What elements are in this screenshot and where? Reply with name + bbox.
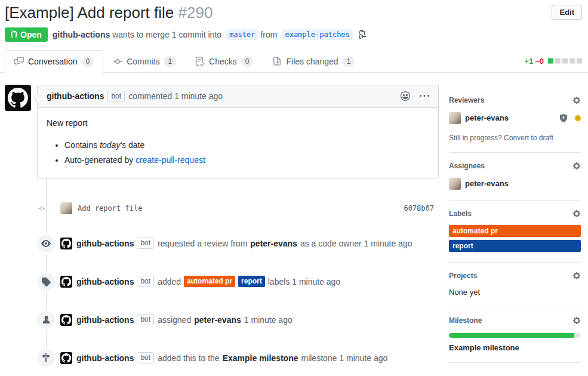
comment-action-text: commented 1 minute ago [128, 91, 223, 101]
event-labels-added: github-actions bot added automated pr re… [5, 273, 439, 291]
bot-badge: bot [137, 352, 154, 363]
sidebar-section-reviewers: Reviewers peter-evans Still in progress?… [449, 85, 581, 153]
projects-empty-text: None yet [449, 288, 581, 297]
tab-conversation[interactable]: Conversation 0 [5, 50, 103, 73]
labels-heading-row[interactable]: Labels [449, 209, 581, 218]
avatar[interactable] [449, 178, 461, 190]
event-milestone-added: github-actions bot added this to the Exa… [5, 349, 439, 367]
octocat-icon [61, 353, 71, 363]
octocat-icon [61, 239, 71, 248]
avatar[interactable] [449, 112, 461, 124]
pr-meta: Open github-actions wants to merge 1 com… [5, 27, 582, 42]
gear-icon[interactable] [572, 272, 581, 280]
comment-header-actions [401, 91, 429, 101]
assignee-row: peter-evans [449, 178, 581, 190]
merge-text: wants to merge 1 commit into [112, 30, 221, 39]
kebab-menu-icon[interactable] [420, 91, 429, 101]
label-automated-pr[interactable]: automated pr [184, 276, 235, 286]
bot-badge: bot [137, 276, 154, 287]
gear-icon[interactable] [572, 209, 581, 218]
tag-icon [37, 273, 55, 291]
labels-heading: Labels [449, 209, 472, 218]
reviewers-heading-row[interactable]: Reviewers [449, 96, 581, 104]
sidebar-section-assignees: Assignees peter-evans [449, 153, 581, 201]
base-branch-label[interactable]: master [226, 29, 258, 40]
label-automated-pr[interactable]: automated pr [449, 225, 581, 237]
tab-checks-label: Checks [209, 57, 237, 66]
shield-lock-icon [559, 113, 568, 123]
sidebar-section-projects: Projects None yet [449, 263, 581, 307]
projects-heading-row[interactable]: Projects [449, 272, 581, 280]
avatar[interactable] [60, 276, 72, 288]
diffstat-deletions: −0 [535, 57, 544, 66]
bullet-text: date [126, 140, 144, 150]
comment-header: github-actions bot commented 1 minute ag… [38, 85, 438, 108]
tab-commits[interactable]: Commits 1 [103, 50, 186, 73]
tab-conversation-count: 0 [82, 56, 94, 67]
avatar[interactable] [60, 352, 72, 364]
avatar[interactable] [5, 85, 31, 111]
milestone-icon [37, 349, 55, 367]
create-pull-request-link[interactable]: create-pull-request [136, 155, 205, 165]
event-author[interactable]: github-actions [76, 277, 134, 286]
file-diff-icon [272, 57, 282, 66]
commit-sha[interactable]: 6078b07 [404, 204, 434, 212]
gear-icon[interactable] [572, 162, 581, 170]
commit-row: Add report file 6078b07 [5, 202, 439, 214]
eye-icon [37, 235, 55, 252]
pr-author[interactable]: github-actions [53, 30, 110, 39]
comment-author[interactable]: github-actions [47, 91, 104, 101]
diffstat-block [562, 58, 568, 64]
event-target[interactable]: peter-evans [194, 315, 241, 325]
list-item: Auto-generated by create-pull-request [64, 154, 429, 167]
bot-badge: bot [137, 314, 154, 325]
tab-conversation-label: Conversation [28, 57, 78, 66]
merge-from-text: from [260, 30, 277, 39]
tab-files-changed[interactable]: Files changed 1 [263, 50, 364, 73]
milestone-heading-row[interactable]: Milestone [449, 316, 581, 325]
draft-note-text: Still in progress? [449, 134, 504, 142]
event-text: milestone 1 minute ago [301, 353, 387, 363]
pending-review-dot [575, 115, 581, 121]
event-author[interactable]: github-actions [76, 353, 134, 363]
event-author[interactable]: github-actions [76, 315, 134, 325]
diffstat-block [555, 58, 561, 64]
gear-icon[interactable] [572, 96, 581, 104]
bullet-text: Contains [64, 140, 100, 150]
milestone-name[interactable]: Example milestone [449, 343, 581, 352]
bullet-italic-text: today's [100, 140, 126, 150]
commit-message[interactable]: Add report file [78, 204, 142, 212]
gear-icon[interactable] [572, 316, 581, 325]
avatar[interactable] [60, 202, 72, 214]
bullet-text: Auto-generated by [64, 155, 136, 165]
avatar[interactable] [60, 238, 72, 249]
reviewer-name[interactable]: peter-evans [465, 113, 509, 122]
octocat-icon [61, 315, 71, 325]
comment-box: github-actions bot commented 1 minute ag… [37, 85, 439, 178]
tab-checks[interactable]: Checks 0 [186, 50, 263, 73]
event-target[interactable]: peter-evans [250, 239, 297, 248]
event-author[interactable]: github-actions [76, 239, 134, 248]
comment-body: New report Contains today's date Auto-ge… [38, 108, 438, 178]
event-text: assigned [158, 315, 191, 325]
smiley-icon[interactable] [401, 91, 410, 101]
git-commit-icon [38, 202, 46, 214]
label-report[interactable]: report [449, 240, 581, 252]
event-target[interactable]: Example milestone [223, 353, 298, 363]
person-icon [37, 311, 55, 329]
avatar[interactable] [60, 314, 72, 326]
tab-checks-count: 0 [241, 56, 254, 67]
event-assigned: github-actions bot assigned peter-evans … [5, 311, 439, 329]
reviewer-row: peter-evans [449, 112, 581, 124]
edit-button[interactable]: Edit [552, 5, 582, 20]
head-branch-label[interactable]: example-patches [282, 29, 352, 40]
event-review-requested: github-actions bot requested a review fr… [5, 235, 439, 252]
label-report[interactable]: report [238, 276, 265, 286]
assignee-name[interactable]: peter-evans [465, 179, 509, 188]
copy-branch-icon[interactable] [358, 30, 366, 39]
tab-commits-label: Commits [127, 57, 159, 66]
convert-to-draft-link[interactable]: Convert to draft [504, 134, 553, 142]
event-text: 1 minute ago [244, 315, 293, 325]
assignees-heading-row[interactable]: Assignees [449, 162, 581, 170]
diffstat: +1 −0 [524, 57, 582, 66]
